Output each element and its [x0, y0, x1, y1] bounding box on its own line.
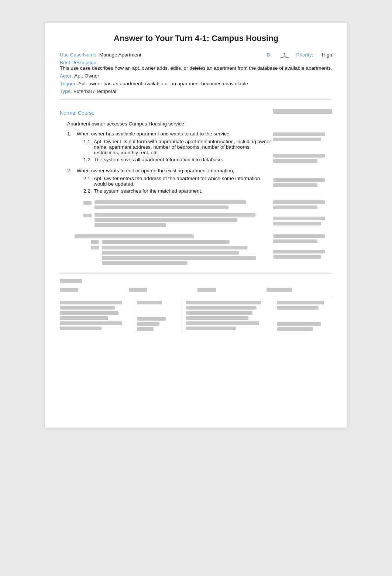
sub-step-1-2: 1.2 The system saves all apartment Infor… — [83, 157, 273, 162]
blurred-line-2 — [83, 213, 273, 228]
step-2-main: 2. When owner wants to edit or update th… — [67, 168, 273, 195]
br-2 — [273, 206, 317, 209]
blurred-substeps — [83, 200, 273, 228]
bl-content — [94, 200, 273, 211]
bottom-section-label-blur — [60, 279, 82, 283]
blurred-right-2 — [273, 199, 332, 227]
bc-header-4-blur — [267, 288, 292, 292]
bgc3-3 — [186, 311, 252, 315]
bgc1-4 — [60, 316, 108, 320]
blur-1-1 — [273, 132, 325, 136]
bgc3-6 — [186, 327, 236, 330]
use-case-name-value: Manage Apartment — [99, 52, 141, 58]
step-1-main: 1. When owner has available apartment an… — [67, 131, 273, 164]
id-label: ID: — [265, 52, 272, 58]
step-2-content: When owner wants to edit or update the e… — [77, 168, 234, 173]
trigger-row: Trigger: Apt. owner has an apartment ava… — [60, 81, 332, 86]
bl-2 — [94, 206, 228, 209]
priority-value: High — [322, 52, 332, 58]
step-1-number: 1. — [67, 131, 75, 137]
bottom-col-header-1 — [60, 288, 129, 294]
bottom-grid-col-3 — [186, 301, 273, 332]
bs3-r1 — [273, 234, 325, 238]
bl-3 — [94, 213, 255, 217]
sub-step-2-1: 2.1 Apt. Owner enters the address of the… — [83, 176, 273, 187]
blurred-step-3-row — [75, 234, 332, 268]
type-value: External / Temporal — [73, 89, 116, 94]
bottom-col-header-3 — [197, 288, 267, 294]
bgc3-1 — [186, 301, 261, 304]
bs3-1 — [75, 234, 194, 238]
sub-text-1-2: The system saves all apartment Informati… — [94, 157, 273, 162]
blurred-step-3-main — [75, 234, 273, 268]
brief-label: Brief Description: — [60, 60, 98, 65]
sub-number-2-1: 2.1 — [83, 176, 94, 181]
blurred-step-3-right — [273, 234, 332, 260]
bgc2-2 — [137, 317, 166, 321]
sub-text-2-2: The system searches for the matched apar… — [94, 188, 273, 194]
step-2-right-blur — [273, 168, 332, 189]
br-1 — [273, 200, 325, 204]
bgc1-6 — [60, 327, 102, 330]
bs3-r3 — [273, 250, 325, 253]
bs3-t3 — [102, 256, 256, 260]
id-value: _1_ — [281, 52, 289, 58]
sub-number-2-2: 2.2 — [83, 188, 94, 194]
bgc3-2 — [186, 306, 257, 310]
actor-row: Actor: Apt. Owner — [60, 73, 332, 79]
bs3-sub2 — [91, 246, 273, 266]
step-1-text: 1. When owner has available apartment an… — [67, 131, 273, 137]
blurred-header-right — [273, 109, 332, 114]
normal-course-header: Normal Course — [60, 105, 332, 118]
bs3-t2 — [102, 251, 239, 255]
sub-number-1-2: 1.2 — [83, 157, 94, 162]
bgc1-1 — [60, 301, 122, 304]
bs3-r2 — [273, 239, 317, 243]
bs3-text — [102, 240, 230, 244]
step-1: 1. When owner has available apartment an… — [67, 131, 332, 164]
step-2-number: 2. — [67, 168, 75, 173]
blur-1-4 — [273, 159, 317, 163]
blurred-step-main — [67, 199, 273, 231]
step-list: 1. When owner has available apartment an… — [67, 131, 332, 268]
bottom-col-headers — [60, 288, 332, 294]
bgc4-1 — [277, 301, 324, 304]
step-2-substeps: 2.1 Apt. Owner enters the address of the… — [83, 176, 273, 194]
bottom-grid-col-2 — [137, 301, 183, 332]
br-3 — [273, 217, 325, 220]
bl-4 — [94, 218, 237, 222]
bs3-content2 — [102, 246, 273, 266]
sub-step-1-1: 1.1 Apt. Owner fills out form with appro… — [83, 139, 273, 155]
blur-2-1 — [273, 178, 325, 182]
blurred-step-area — [67, 199, 332, 231]
bgc2-1 — [137, 301, 162, 304]
normal-course-label: Normal Course — [60, 110, 94, 116]
bl-num-2 — [83, 214, 92, 217]
blur-1-3 — [273, 154, 325, 158]
bl-content-2 — [94, 213, 273, 228]
blurred-line-1 — [83, 200, 273, 211]
sub-text-2-1: Apt. Owner enters the address of the apa… — [94, 176, 273, 187]
blur-1-2 — [273, 138, 321, 141]
sub-text-1-1: Apt. Owner fills out form with appropria… — [94, 139, 273, 155]
bs3-t4 — [102, 261, 188, 265]
blur-2-2 — [273, 183, 317, 187]
bottom-grid — [60, 297, 332, 332]
bgc4-3 — [277, 322, 321, 326]
bs3-r4 — [273, 255, 321, 259]
trigger-label: Trigger: — [60, 81, 77, 86]
type-label: Type: — [60, 89, 72, 94]
bgc3-4 — [186, 316, 248, 320]
page-title: Answer to Your Turn 4-1: Campus Housing — [60, 34, 332, 43]
step-1-content: When owner has available apartment and w… — [77, 131, 231, 137]
bgc4-2 — [277, 306, 319, 310]
bgc3-5 — [186, 321, 259, 325]
bgc1-2 — [60, 306, 115, 310]
bgc2-4 — [137, 327, 154, 331]
step-1-right-blur — [273, 131, 332, 164]
bc-header-2-blur — [129, 288, 147, 292]
bgc1-3 — [60, 311, 118, 315]
bottom-grid-col-4 — [277, 301, 332, 332]
bc-header-3-blur — [197, 288, 216, 292]
step-2: 2. When owner wants to edit or update th… — [67, 168, 332, 195]
